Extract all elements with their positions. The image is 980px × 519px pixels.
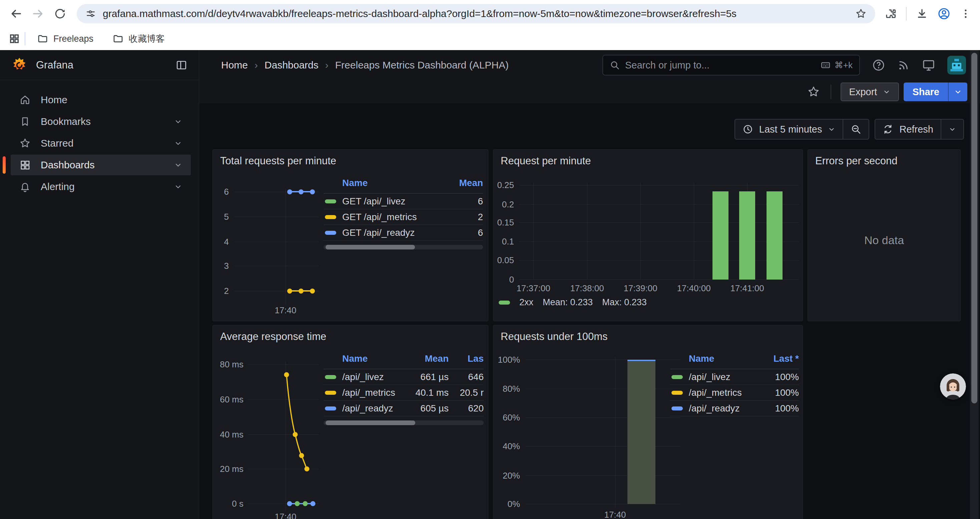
bell-icon xyxy=(19,181,31,192)
series-last: 100% xyxy=(759,372,799,382)
panel-title[interactable]: Total requests per minute xyxy=(213,150,488,172)
news-rss-icon[interactable] xyxy=(897,59,910,72)
profile-icon[interactable] xyxy=(937,7,951,21)
sidebar-item-label: Home xyxy=(41,94,67,105)
sidebar-item-home[interactable]: Home xyxy=(11,89,191,110)
breadcrumb-home[interactable]: Home xyxy=(221,59,248,71)
series-color-yellow xyxy=(325,215,336,219)
collapse-sidebar-icon[interactable] xyxy=(175,59,188,71)
column-name[interactable]: Name xyxy=(323,353,399,364)
sidebar-item-alerting[interactable]: Alerting xyxy=(11,176,191,197)
y-tick: 20% xyxy=(493,470,520,481)
toolbar-divider xyxy=(830,85,831,99)
help-icon[interactable] xyxy=(872,58,885,72)
legend-scrollbar[interactable] xyxy=(323,420,484,425)
legend-row[interactable]: GET /api/_readyz 6 xyxy=(323,225,483,241)
bar-2xx xyxy=(767,192,783,279)
url-bar[interactable]: grafana.mathmast.com/d/deytv4rwavabkb/fr… xyxy=(77,4,875,23)
back-button[interactable] xyxy=(7,4,25,23)
series-last: 100% xyxy=(759,387,799,398)
avatar-pixel-art xyxy=(947,56,966,75)
window-scrollbar[interactable] xyxy=(970,50,978,519)
zoom-out-button[interactable] xyxy=(843,120,869,139)
clock-icon xyxy=(743,124,753,134)
time-range-group: Last 5 minutes xyxy=(735,119,870,140)
star-dashboard-icon[interactable] xyxy=(807,86,820,98)
sidebar-header: Grafana xyxy=(0,50,199,80)
column-mean[interactable]: Mean xyxy=(443,178,483,188)
forward-button[interactable] xyxy=(29,4,48,23)
panel-title[interactable]: Errors per second xyxy=(808,150,960,172)
toolbar-divider xyxy=(906,7,907,21)
refresh-interval-button[interactable] xyxy=(941,120,963,139)
y-tick: 4 xyxy=(213,236,229,247)
brand-name[interactable]: Grafana xyxy=(36,59,167,71)
sidebar-nav: Home Bookmarks Starred Dashboards xyxy=(0,80,199,197)
menu-kebab-icon[interactable] xyxy=(960,8,971,19)
refresh-button[interactable]: Refresh xyxy=(875,120,941,139)
series-last: 620 xyxy=(449,403,484,414)
sidebar: Grafana Home Bookmarks Starred xyxy=(0,50,199,519)
series-mean: 2 xyxy=(443,212,483,222)
column-last[interactable]: Las xyxy=(449,353,484,364)
download-icon[interactable] xyxy=(916,8,928,20)
bookmark-folder-blogs[interactable]: 收藏博客 xyxy=(105,29,172,48)
legend-row[interactable]: /api/_metrics 40.1 ms 20.5 r xyxy=(323,385,484,401)
time-range-picker[interactable]: Last 5 minutes xyxy=(735,120,843,139)
search-box[interactable]: ⌘+k xyxy=(602,55,860,75)
panel-total-requests: Total requests per minute 6 5 4 3 2 xyxy=(213,149,488,321)
legend-table: Name Last * /api/_livez 100% /api/_metri… xyxy=(670,353,799,417)
legend-row[interactable]: GET /api/_metrics 2 xyxy=(323,209,483,225)
chevron-down-icon xyxy=(828,126,835,133)
column-mean[interactable]: Mean xyxy=(399,353,449,364)
grafana-logo[interactable] xyxy=(11,57,27,73)
bookmark-folder-freeleaps[interactable]: Freeleaps xyxy=(30,30,101,48)
series-name: /api/_livez xyxy=(342,372,399,382)
share-button[interactable]: Share xyxy=(904,83,967,101)
x-tick: 17:40 xyxy=(266,305,305,316)
sidebar-item-dashboards[interactable]: Dashboards xyxy=(11,155,191,175)
series-color-yellow xyxy=(671,391,683,395)
column-name[interactable]: Name xyxy=(670,353,759,364)
site-settings-icon[interactable] xyxy=(85,8,96,19)
legend-2xx[interactable]: 2xx Mean: 0.233 Max: 0.233 xyxy=(499,297,647,308)
folder-icon xyxy=(113,34,123,44)
breadcrumb-dashboards[interactable]: Dashboards xyxy=(264,59,318,71)
legend-max: Max: 0.233 xyxy=(602,297,647,308)
panel-title[interactable]: Requests under 100ms xyxy=(493,325,803,348)
legend-row[interactable]: /api/_readyz 605 µs 620 xyxy=(323,401,484,417)
legend-scrollbar[interactable] xyxy=(323,245,483,249)
panel-title[interactable]: Request per minute xyxy=(493,150,803,172)
url-text[interactable]: grafana.mathmast.com/d/deytv4rwavabkb/fr… xyxy=(103,8,849,19)
legend-row[interactable]: /api/_livez 661 µs 646 xyxy=(323,369,484,385)
legend-row[interactable]: /api/_readyz 100% xyxy=(670,401,799,417)
legend-row[interactable]: /api/_metrics 100% xyxy=(670,385,799,401)
export-button[interactable]: Export xyxy=(841,83,899,101)
star-icon xyxy=(19,137,31,149)
apps-grid-icon[interactable] xyxy=(9,33,20,45)
legend-row[interactable]: GET /api/_livez 6 xyxy=(323,194,483,209)
kiosk-monitor-icon[interactable] xyxy=(922,58,935,72)
legend-row[interactable]: /api/_livez 100% xyxy=(670,369,799,385)
scrollbar-thumb[interactable] xyxy=(971,53,977,404)
bookmark-star-icon[interactable] xyxy=(855,8,867,19)
user-avatar[interactable] xyxy=(947,56,966,75)
series-color-green xyxy=(499,300,510,305)
y-tick: 80% xyxy=(493,383,520,394)
chevron-down-icon xyxy=(883,88,890,96)
y-tick: 0.25 xyxy=(493,180,514,190)
extensions-icon[interactable] xyxy=(885,8,897,20)
search-input[interactable] xyxy=(625,60,815,71)
reload-button[interactable] xyxy=(51,4,69,23)
header-icons xyxy=(872,56,966,75)
sidebar-item-bookmarks[interactable]: Bookmarks xyxy=(11,111,191,132)
sidebar-item-starred[interactable]: Starred xyxy=(11,133,191,153)
column-name[interactable]: Name xyxy=(323,178,443,188)
series-mean: 661 µs xyxy=(399,372,449,382)
column-last[interactable]: Last * xyxy=(759,353,799,364)
share-menu-button[interactable] xyxy=(948,83,967,101)
floating-avatar-widget[interactable] xyxy=(940,374,966,399)
chevron-down-icon xyxy=(174,139,182,147)
y-tick: 6 xyxy=(213,186,229,197)
series-last: 646 xyxy=(449,372,484,382)
